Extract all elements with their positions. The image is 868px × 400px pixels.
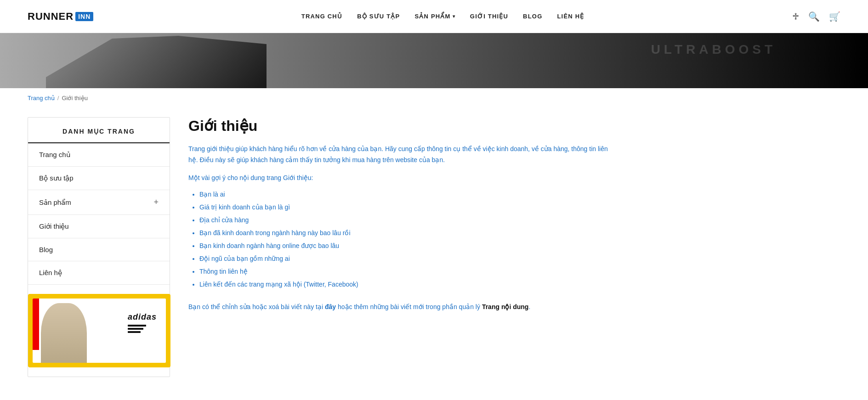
list-item: Giá trị kinh doanh của bạn là gì	[199, 201, 616, 214]
adidas-stripes	[128, 325, 157, 333]
sidebar-item-blog[interactable]: Blog	[28, 238, 170, 261]
logo[interactable]: RUNNER INN	[28, 11, 93, 23]
nav-lien-he[interactable]: LIÊN HỆ	[557, 13, 584, 20]
list-item: Bạn kinh doanh ngành hàng online được ba…	[199, 239, 616, 252]
content-description: Trang giới thiệu giúp khách hàng hiểu rõ…	[188, 144, 616, 166]
page-title: Giới thiệu	[188, 117, 616, 135]
content-footer: Bạn có thể chỉnh sửa hoặc xoá bài viết n…	[188, 302, 616, 313]
nav-gioi-thieu[interactable]: GIỚI THIỆU	[470, 13, 508, 20]
nav-san-pham[interactable]: SẢN PHẨM ▾	[414, 13, 455, 20]
list-item: Thông tin liên hệ	[199, 265, 616, 278]
nav-bo-suu-tap[interactable]: BỘ SƯU TẬP	[357, 13, 400, 20]
adidas-logo: adidas	[128, 312, 157, 333]
list-item: Bạn đã kinh doanh trong ngành hàng này b…	[199, 226, 616, 239]
sidebar-card: adidas	[28, 294, 170, 367]
footer-text-2: hoặc thêm những bài viết mới trong phần …	[336, 303, 482, 310]
logo-inn-badge: INN	[75, 12, 93, 21]
page-content: Giới thiệu Trang giới thiệu giúp khách h…	[188, 117, 616, 377]
search-icon[interactable]: 🔍	[808, 11, 820, 22]
sidebar-item-san-pham[interactable]: Sản phẩm +	[28, 190, 170, 215]
content-list: Bạn là ai Giá trị kinh doanh của bạn là …	[188, 188, 616, 291]
footer-text-1: Bạn có thể chỉnh sửa hoặc xoá bài viết n…	[188, 303, 325, 310]
sidebar-title: DANH MỤC TRANG	[28, 118, 170, 143]
banner-label: ULTRABOOST	[651, 42, 776, 57]
sidebar-item-trang-chu[interactable]: Trang chủ	[28, 143, 170, 167]
shoe-image	[46, 33, 267, 88]
footer-link-trang-noi-dung[interactable]: Trang nội dung	[482, 303, 529, 310]
content-suggestion: Một vài gợi ý cho nội dung trang Giới th…	[188, 174, 616, 181]
main-nav: TRANG CHỦ BỘ SƯU TẬP SẢN PHẨM ▾ GIỚI THI…	[301, 13, 584, 20]
list-item: Đội ngũ của bạn gồm những ai	[199, 252, 616, 265]
chevron-down-icon: ▾	[453, 14, 455, 19]
breadcrumb-home[interactable]: Trang chủ	[28, 95, 55, 101]
sidebar-item-lien-he[interactable]: Liên hệ	[28, 261, 170, 285]
athlete-figure	[41, 303, 87, 363]
header: RUNNER INN TRANG CHỦ BỘ SƯU TẬP SẢN PHẨM…	[0, 0, 868, 33]
account-icon[interactable]: ♱	[792, 11, 799, 22]
list-item: Bạn là ai	[199, 188, 616, 201]
main-content: DANH MỤC TRANG Trang chủ Bộ sưu tập Sản …	[0, 108, 643, 395]
nav-blog[interactable]: BLOG	[523, 13, 542, 20]
logo-runner-text: RUNNER	[28, 11, 74, 23]
breadcrumb-current: Giới thiệu	[62, 95, 87, 101]
sidebar-item-bo-suu-tap[interactable]: Bộ sưu tập	[28, 167, 170, 190]
card-inner: adidas	[33, 299, 166, 363]
sidebar-item-gioi-thieu[interactable]: Giới thiệu	[28, 215, 170, 238]
breadcrumb: Trang chủ / Giới thiệu	[0, 88, 868, 108]
list-item: Địa chỉ cửa hàng	[199, 214, 616, 226]
red-accent	[33, 299, 39, 350]
nav-trang-chu[interactable]: TRANG CHỦ	[301, 13, 342, 20]
adidas-text: adidas	[128, 312, 157, 322]
banner-strip: ULTRABOOST	[0, 33, 868, 88]
footer-text-3: .	[528, 303, 530, 310]
list-item: Liên kết đến các trang mạng xã hội (Twit…	[199, 278, 616, 291]
header-icons: ♱ 🔍 🛒	[792, 11, 840, 22]
cart-icon[interactable]: 🛒	[829, 11, 840, 22]
breadcrumb-separator: /	[57, 95, 59, 101]
sidebar: DANH MỤC TRANG Trang chủ Bộ sưu tập Sản …	[28, 117, 170, 377]
expand-icon: +	[153, 197, 159, 207]
footer-link-day[interactable]: đây	[325, 303, 336, 310]
